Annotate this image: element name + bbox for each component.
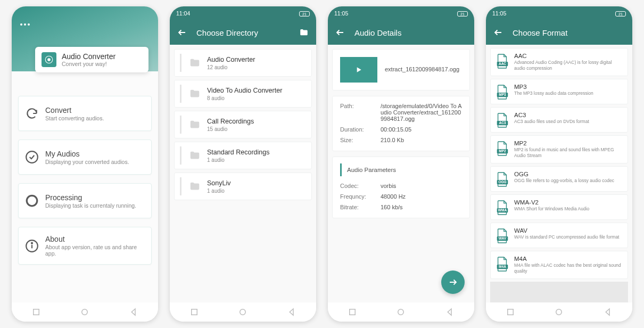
dir-count: 1 audio: [207, 157, 269, 163]
nav-back-icon[interactable]: [445, 307, 455, 317]
home-menu: Convert Start converting audios. My Audi…: [12, 71, 158, 302]
format-item[interactable]: MP3 MP3 The MP3 lossy audio data compres…: [490, 79, 628, 104]
format-desc: Advanced Audio Coding (AAC) is for lossy…: [514, 60, 622, 71]
status-bar: 11:04 21: [170, 6, 316, 20]
frequency-label: Frequncy:: [340, 193, 373, 200]
directory-item[interactable]: Call Recordings 15 audio: [174, 111, 312, 138]
status-time: 11:05: [334, 10, 348, 17]
menu-processing[interactable]: Processing Displaying task is currentaly…: [18, 183, 152, 218]
file-info-card: Path:/storage/emulated/0/Video To Audio …: [332, 96, 470, 151]
screen-choose-format: 11:05 21 Choose Format AAC AAC Advanced …: [486, 6, 632, 322]
toolbar: Choose Format: [486, 20, 632, 45]
format-name: MP3: [514, 84, 622, 90]
toolbar-title: Choose Directory: [196, 28, 258, 37]
nav-home-icon[interactable]: [80, 307, 89, 317]
menu-title: About: [45, 235, 145, 243]
system-nav-bar: [12, 302, 158, 322]
format-item[interactable]: MP2 MP2 MP2 is found in music and sound …: [490, 135, 628, 163]
menu-sub: Displaying your converted audios.: [45, 159, 129, 165]
menu-sub: Start converting audios.: [45, 115, 104, 121]
back-arrow-icon[interactable]: [335, 28, 345, 37]
directory-list: Audio Converter 12 audio Video To Audio …: [170, 45, 316, 302]
menu-convert[interactable]: Convert Start converting audios.: [18, 96, 152, 131]
app-title-card: Audio Converter Convert your way!: [35, 47, 148, 72]
battery-icon: 21: [615, 11, 626, 17]
nav-recent-icon[interactable]: [348, 307, 357, 317]
format-name: AAC: [514, 53, 622, 59]
folder-icon: [188, 57, 202, 69]
svg-point-1: [48, 59, 51, 61]
nav-back-icon[interactable]: [129, 307, 138, 317]
codec-value: vorbis: [381, 183, 462, 189]
screen-audio-details: 11:05 21 Audio Details extract_161200998…: [328, 6, 474, 322]
back-arrow-icon[interactable]: [493, 28, 503, 37]
bitrate-label: Bitrate:: [340, 204, 373, 210]
path-value: /storage/emulated/0/Video To Audio Conve…: [381, 103, 462, 122]
directory-item[interactable]: SonyLiv 1 audio: [174, 173, 312, 200]
svg-rect-11: [350, 309, 356, 315]
svg-rect-29: [508, 309, 514, 315]
app-title: Audio Converter: [62, 52, 115, 61]
svg-text:MP2: MP2: [499, 150, 506, 153]
codec-label: Codec:: [340, 183, 373, 189]
dir-name: Standard Recordings: [207, 149, 269, 156]
nav-home-icon[interactable]: [554, 307, 564, 317]
menu-sub: Displaying task is currentaly running.: [45, 202, 136, 209]
file-icon: WMA: [496, 200, 509, 215]
format-item[interactable]: M4A M4A M4A file with ALAC codec has the…: [490, 251, 628, 279]
size-label: Size:: [340, 137, 373, 143]
back-arrow-icon[interactable]: [177, 28, 187, 37]
format-desc: AC3 audio files used on DVDs format: [514, 119, 622, 125]
toolbar: Audio Details: [328, 20, 474, 45]
folder-icon[interactable]: [299, 28, 309, 37]
folder-icon: [188, 150, 202, 161]
menu-my-audios[interactable]: My Audios Displaying your converted audi…: [18, 140, 152, 175]
nav-home-icon[interactable]: [238, 307, 247, 317]
system-nav-bar: [328, 302, 474, 322]
screen-home: 11:04 21 Audio Converter Convert your wa…: [12, 6, 158, 322]
directory-item[interactable]: Video To Audio Converter 8 audio: [174, 80, 312, 108]
format-item[interactable]: AAC AAC Advanced Audio Coding (AAC) is f…: [490, 48, 628, 76]
file-icon: AAC: [496, 54, 509, 69]
check-circle-icon: [25, 150, 39, 164]
nav-recent-icon[interactable]: [506, 307, 515, 317]
format-name: WAV: [514, 227, 622, 234]
path-label: Path:: [340, 103, 373, 122]
format-item[interactable]: WAV WAV WAV is standard PC uncompressed …: [490, 223, 628, 248]
play-button[interactable]: [340, 57, 377, 83]
nav-back-icon[interactable]: [603, 307, 613, 317]
nav-back-icon[interactable]: [287, 307, 296, 317]
svg-rect-9: [192, 309, 197, 315]
next-fab[interactable]: [441, 270, 465, 294]
more-dots-icon[interactable]: [20, 23, 30, 26]
svg-point-2: [26, 151, 38, 163]
format-item[interactable]: WMA WMA-V2 WMA Short for Windows Media A…: [490, 194, 628, 220]
processing-icon: [25, 194, 39, 208]
menu-title: Convert: [45, 106, 104, 114]
format-item[interactable]: AC3 AC3 AC3 audio files used on DVDs for…: [490, 107, 628, 133]
toolbar-title: Choose Format: [513, 28, 567, 37]
empty-space: [490, 282, 628, 302]
nav-home-icon[interactable]: [396, 307, 406, 317]
svg-point-6: [31, 242, 32, 243]
dir-count: 12 audio: [207, 64, 255, 70]
toolbar: Choose Directory: [170, 20, 316, 45]
dir-name: SonyLiv: [207, 179, 230, 187]
directory-item[interactable]: Audio Converter 12 audio: [174, 49, 312, 77]
status-right: 21: [456, 10, 468, 17]
status-right: 21: [298, 10, 310, 17]
svg-text:AAC: AAC: [499, 62, 506, 65]
directory-item[interactable]: Standard Recordings 1 audio: [174, 142, 312, 169]
dir-name: Video To Audio Converter: [207, 87, 282, 94]
folder-icon: [188, 88, 202, 100]
screen-choose-directory: 11:04 21 Choose Directory Audio Converte…: [170, 6, 316, 322]
nav-recent-icon[interactable]: [31, 307, 41, 317]
menu-title: My Audios: [45, 150, 129, 158]
format-item[interactable]: OGG OGG OGG file refers to ogg-vorbis, a…: [490, 166, 628, 192]
menu-title: Processing: [45, 193, 136, 202]
dir-name: Audio Converter: [207, 56, 255, 63]
header-gradient: 11:04 21 Audio Converter Convert your wa…: [12, 6, 158, 71]
file-icon: WAV: [496, 228, 509, 243]
menu-about[interactable]: About About app version, rate us and sha…: [18, 227, 152, 265]
nav-recent-icon[interactable]: [189, 307, 199, 317]
